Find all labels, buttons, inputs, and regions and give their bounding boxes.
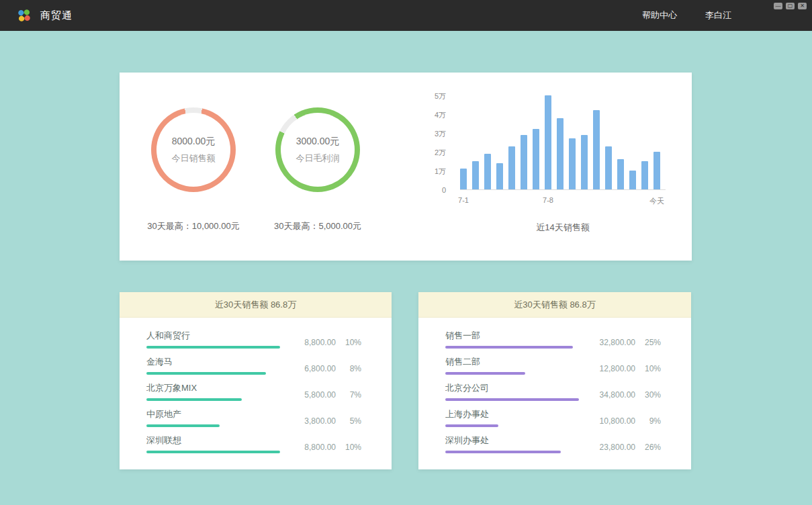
today-profit-donut: 3000.00元 今日毛利润 30天最高：5,000.00元	[257, 107, 378, 232]
rank-percent: 10%	[635, 364, 661, 373]
bar	[533, 129, 539, 189]
x-axis-label: 7-1	[458, 196, 469, 204]
close-button[interactable]: ✕	[798, 3, 807, 9]
today-profit-label: 今日毛利润	[296, 152, 340, 165]
bar	[653, 152, 660, 189]
rank-row: 深圳办事处23,800.0026%	[445, 433, 661, 459]
rank-row: 上海办事处10,800.009%	[445, 407, 661, 433]
bar	[508, 146, 515, 189]
help-center-link[interactable]: 帮助中心	[642, 9, 677, 21]
rank-value-group: 10,800.009%	[588, 416, 661, 426]
rank-row: 北京分公司34,800.0030%	[445, 381, 661, 407]
rank-row: 中原地产3,800.005%	[146, 407, 361, 433]
bar	[557, 118, 563, 189]
bar	[605, 146, 612, 189]
rank-value: 3,800.00	[289, 416, 336, 426]
app-title: 商贸通	[40, 9, 73, 22]
y-axis-label: 4万	[435, 110, 446, 120]
bar	[545, 95, 551, 189]
rank-percent: 8%	[336, 364, 361, 373]
rank-value: 10,800.00	[588, 416, 635, 426]
topbar: 商贸通 帮助中心 李白江 — ▢ ✕	[0, 0, 812, 31]
profit-30d-max: 30天最高：5,000.00元	[257, 220, 378, 232]
rank-percent: 9%	[635, 416, 661, 426]
minimize-button[interactable]: —	[774, 3, 782, 9]
bar	[581, 135, 588, 189]
bar	[484, 154, 491, 189]
bar	[472, 161, 479, 189]
rank-bar	[445, 424, 498, 427]
y-axis-label: 2万	[435, 148, 446, 157]
rank-row: 销售一部32,800.0025%	[445, 328, 661, 355]
rank-bar	[146, 372, 266, 375]
rank-bar	[146, 346, 280, 349]
rank-value-group: 32,800.0025%	[588, 338, 661, 347]
rank-value: 34,800.00	[588, 390, 635, 400]
rank-percent: 30%	[635, 390, 661, 400]
overview-card: 8000.00元 今日销售额 30天最高：10,000.00元 3000.00元…	[120, 73, 692, 261]
rank-percent: 5%	[336, 416, 361, 426]
rank-bar	[146, 424, 220, 427]
x-axis-label: 7-8	[543, 196, 553, 204]
customer-rank-list: 人和商贸行8,800.0010%金海马6,800.008%北京万象MIX5,80…	[120, 318, 392, 459]
customer-sales-rank-card: 近30天销售额 86.8万 人和商贸行8,800.0010%金海马6,800.0…	[120, 292, 392, 469]
rank-value-group: 8,800.0010%	[289, 443, 361, 452]
rank-value: 12,800.00	[588, 364, 635, 373]
rank-percent: 10%	[336, 338, 361, 347]
y-axis-label: 0	[442, 185, 446, 195]
rank-value: 6,800.00	[289, 364, 336, 373]
profit-donut-center: 3000.00元 今日毛利润	[281, 113, 355, 187]
y-axis-label: 1万	[435, 167, 446, 176]
x-axis-label: 今天	[649, 196, 664, 206]
bar-plot	[460, 96, 666, 190]
department-rank-list: 销售一部32,800.0025%销售二部12,800.0010%北京分公司34,…	[418, 318, 691, 459]
rank-value-group: 34,800.0030%	[588, 390, 661, 400]
rank-percent: 26%	[635, 443, 661, 452]
rank-percent: 10%	[336, 443, 361, 452]
topbar-right: 帮助中心 李白江	[642, 9, 796, 21]
bar	[460, 169, 467, 189]
sales-30d-max: 30天最高：10,000.00元	[133, 220, 254, 232]
chart-caption: 近14天销售额	[460, 222, 666, 234]
rank-row: 人和商贸行8,800.0010%	[146, 328, 361, 355]
rank-row: 北京万象MIX5,800.007%	[146, 381, 361, 407]
profit-donut-ring: 3000.00元 今日毛利润	[275, 107, 360, 192]
rank-value-group: 3,800.005%	[289, 416, 361, 426]
rank-bar	[146, 451, 280, 453]
x-axis: 7-17-8今天	[460, 196, 666, 207]
bar	[496, 163, 503, 189]
y-axis: 5万4万3万2万1万0	[412, 91, 446, 199]
rank-percent: 7%	[336, 390, 361, 400]
sales-donut-center: 8000.00元 今日销售额	[156, 113, 230, 187]
today-sales-value: 8000.00元	[172, 136, 216, 148]
bar	[617, 159, 624, 189]
rank-value-group: 12,800.0010%	[588, 364, 661, 373]
maximize-button[interactable]: ▢	[786, 3, 795, 9]
rank-bar	[445, 372, 525, 375]
bar	[593, 110, 600, 189]
rank-value: 8,800.00	[289, 338, 336, 347]
rank-bar	[445, 451, 561, 453]
customer-card-title: 近30天销售额 86.8万	[120, 292, 392, 318]
app-logo-icon	[16, 7, 32, 24]
user-name[interactable]: 李白江	[705, 9, 731, 21]
y-axis-label: 3万	[435, 129, 446, 138]
rank-percent: 25%	[635, 338, 661, 347]
rank-value-group: 23,800.0026%	[588, 443, 661, 452]
today-sales-donut: 8000.00元 今日销售额 30天最高：10,000.00元	[133, 107, 254, 232]
department-card-title: 近30天销售额 86.8万	[418, 292, 691, 318]
rank-value-group: 5,800.007%	[289, 390, 361, 400]
rank-bar	[445, 398, 579, 401]
rank-value: 5,800.00	[289, 390, 336, 400]
dashboard: 8000.00元 今日销售额 30天最高：10,000.00元 3000.00元…	[0, 31, 812, 505]
bar	[569, 138, 576, 189]
rank-value-group: 6,800.008%	[289, 364, 361, 373]
rank-value: 23,800.00	[588, 443, 635, 452]
rank-row: 销售二部12,800.0010%	[445, 355, 661, 381]
today-profit-value: 3000.00元	[296, 136, 340, 148]
rank-bar	[146, 398, 242, 401]
rank-bar	[445, 346, 573, 349]
sales-donut-ring: 8000.00元 今日销售额	[151, 107, 236, 192]
rank-value-group: 8,800.0010%	[289, 338, 361, 347]
bar	[641, 161, 648, 189]
